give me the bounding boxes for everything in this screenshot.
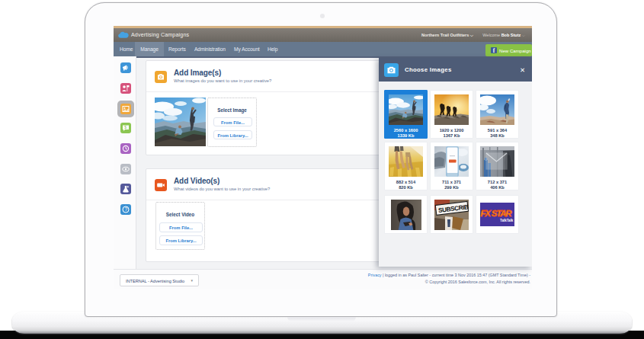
svg-text:$: $ (124, 125, 127, 130)
svg-text:?: ? (124, 206, 127, 212)
svg-text:FX STAR: FX STAR (481, 209, 513, 218)
svg-text:TalkTalk: TalkTalk (500, 219, 514, 222)
